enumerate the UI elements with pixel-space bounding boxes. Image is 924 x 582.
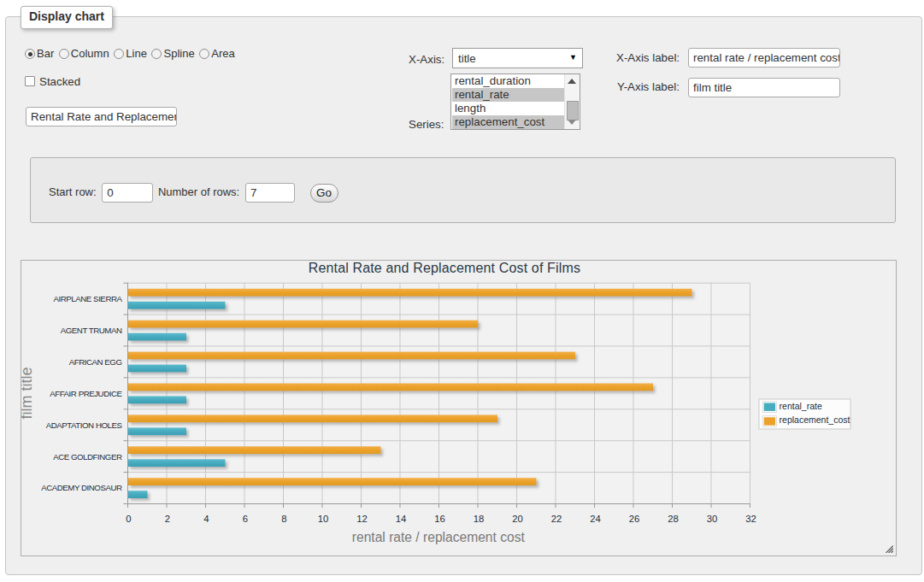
- svg-text:ACE GOLDFINGER: ACE GOLDFINGER: [53, 452, 122, 461]
- svg-text:14: 14: [396, 514, 407, 524]
- svg-text:AIRPLANE SIERRA: AIRPLANE SIERRA: [54, 294, 123, 303]
- svg-text:rental_rate: rental_rate: [780, 401, 822, 411]
- svg-text:16: 16: [434, 514, 445, 524]
- svg-text:Rental Rate and Replacement Co: Rental Rate and Replacement Cost of Film…: [309, 261, 580, 275]
- svg-text:4: 4: [203, 514, 209, 524]
- svg-text:ADAPTATION HOLES: ADAPTATION HOLES: [46, 420, 123, 430]
- svg-text:film title: film title: [21, 367, 35, 419]
- svg-text:12: 12: [356, 514, 368, 524]
- svg-text:AFRICAN EGG: AFRICAN EGG: [69, 357, 122, 367]
- svg-text:30: 30: [707, 514, 718, 524]
- svg-text:0: 0: [126, 514, 131, 524]
- svg-text:replacement_cost: replacement_cost: [780, 414, 850, 425]
- svg-text:ACADEMY DINOSAUR: ACADEMY DINOSAUR: [41, 483, 122, 492]
- svg-text:AFFAIR PREJUDICE: AFFAIR PREJUDICE: [50, 389, 122, 398]
- svg-text:8: 8: [281, 514, 286, 524]
- svg-text:32: 32: [745, 514, 756, 524]
- svg-text:rental rate / replacement cost: rental rate / replacement cost: [352, 530, 526, 544]
- svg-text:AGENT TRUMAN: AGENT TRUMAN: [61, 326, 122, 335]
- svg-text:26: 26: [629, 514, 640, 524]
- svg-text:6: 6: [243, 514, 248, 524]
- svg-text:2: 2: [165, 514, 170, 524]
- svg-text:18: 18: [474, 514, 485, 524]
- svg-text:22: 22: [551, 514, 562, 524]
- svg-text:10: 10: [318, 514, 329, 524]
- svg-text:20: 20: [512, 514, 523, 524]
- svg-text:28: 28: [668, 514, 679, 524]
- svg-text:24: 24: [590, 514, 601, 524]
